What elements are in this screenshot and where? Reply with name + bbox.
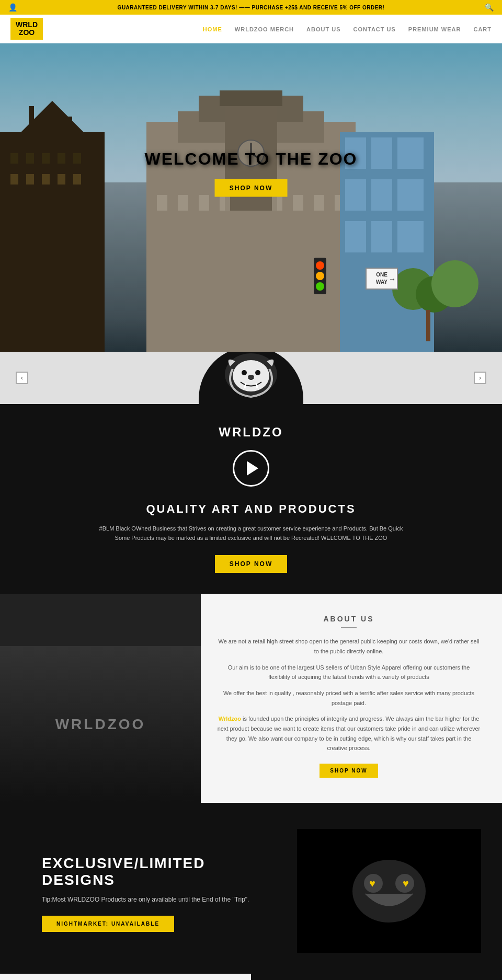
- about-para3: We offer the best in quality , reasonabl…: [216, 688, 481, 708]
- svg-rect-35: [371, 179, 392, 211]
- svg-rect-27: [293, 195, 303, 211]
- hero-section: ONE WAY → WELCOME TO THE ZOO SHOP NOW: [0, 43, 502, 352]
- video-description: #BLM Black OWned Business that Strives o…: [94, 524, 408, 543]
- about-section: WRLDZOO ABOUT US We are not a retail hig…: [0, 594, 502, 803]
- svg-rect-32: [371, 137, 392, 169]
- svg-rect-12: [58, 174, 65, 185]
- svg-rect-28: [314, 195, 324, 211]
- svg-rect-2: [29, 106, 34, 137]
- svg-rect-7: [58, 153, 65, 164]
- nav-merch[interactable]: WRLDZOO MERCH: [235, 26, 294, 32]
- svg-point-59: [352, 860, 426, 923]
- svg-rect-5: [26, 153, 34, 164]
- exclusive-text: Tip:Most WRLDZOO Products are only avail…: [42, 896, 276, 903]
- svg-text:→: →: [389, 275, 396, 283]
- svg-rect-26: [272, 195, 282, 211]
- svg-rect-25: [220, 195, 230, 211]
- brand-circle: [199, 352, 303, 404]
- svg-rect-9: [10, 174, 18, 185]
- nav-contact[interactable]: CONTACT US: [353, 26, 396, 32]
- slider-section: ‹ Find Best Products here SHOP NOW: [0, 352, 502, 404]
- svg-line-58: [256, 383, 257, 388]
- exclusive-art-svg: ♥ ♥: [337, 849, 441, 933]
- user-icon[interactable]: 👤: [8, 3, 17, 11]
- about-para4-rest: is founded upon the principles of integr…: [218, 716, 481, 751]
- hero-title: WELCOME TO THE ZOO: [145, 149, 358, 168]
- svg-rect-3: [68, 117, 72, 137]
- exclusive-right: ♥ ♥: [297, 829, 481, 953]
- svg-rect-36: [397, 179, 424, 211]
- logo[interactable]: WRLD ZOO: [10, 18, 43, 40]
- svg-rect-33: [397, 137, 424, 169]
- nightmarket-button[interactable]: NIGHTMARKET: UNAVAILABLE: [42, 916, 174, 932]
- svg-rect-0: [0, 132, 105, 352]
- svg-rect-6: [42, 153, 50, 164]
- city-svg: ONE WAY →: [0, 90, 502, 352]
- svg-point-54: [242, 370, 247, 375]
- play-button[interactable]: [233, 450, 269, 487]
- hero-text-block: WELCOME TO THE ZOO SHOP NOW: [145, 149, 358, 197]
- video-shop-now-button[interactable]: SHOP NOW: [215, 555, 287, 573]
- tiger-text-art: WRLDZOO: [55, 716, 146, 733]
- slider-prev-button[interactable]: ‹: [16, 372, 28, 384]
- video-section: WRLDZO QUALITY ART AND PRODUCTS #BLM Bla…: [0, 404, 502, 594]
- search-icon[interactable]: 🔍: [485, 3, 494, 11]
- svg-rect-43: [426, 310, 430, 341]
- about-para2: Our aim is to be one of the largest US s…: [216, 663, 481, 682]
- exclusive-section: EXCLUSIVE/LIMITED DESIGNS Tip:Most WRLDZ…: [0, 803, 502, 974]
- svg-rect-22: [157, 195, 167, 211]
- rock-section: ROCK IT! We Love to see your Support. Sh…: [0, 974, 502, 980]
- svg-rect-37: [345, 221, 366, 252]
- svg-rect-23: [178, 195, 188, 211]
- about-para4: Wrldzoo is founded upon the principles o…: [216, 714, 481, 753]
- about-para1: We are not a retail high street shop ope…: [216, 637, 481, 656]
- svg-point-50: [316, 272, 324, 280]
- svg-rect-24: [199, 195, 209, 211]
- top-bar: 👤 GUARANTEED DELIVERY WITHIN 3-7 DAYS! —…: [0, 0, 502, 15]
- svg-rect-38: [371, 221, 392, 252]
- svg-rect-4: [10, 153, 18, 164]
- brand-logo-svg: [220, 352, 282, 398]
- exclusive-bottom: EXCLUSIVE/LIMITED DESIGNS Tip:Most WRLDZ…: [21, 829, 481, 953]
- navbar: WRLD ZOO HOME WRLDZOO MERCH ABOUT US CON…: [0, 15, 502, 43]
- svg-rect-13: [73, 174, 81, 185]
- about-content: ABOUT US We are not a retail high street…: [201, 594, 502, 803]
- svg-text:♥: ♥: [403, 878, 409, 889]
- svg-rect-17: [220, 90, 282, 106]
- brand-heading: WRLDZO: [10, 425, 492, 440]
- about-image-inner: WRLDZOO: [0, 646, 201, 803]
- about-shop-now-button[interactable]: SHOP NOW: [320, 764, 378, 778]
- nav-about[interactable]: ABOUT US: [306, 26, 340, 32]
- nav-home[interactable]: HOME: [203, 26, 222, 32]
- hero-shop-now-button[interactable]: SHOP NOW: [215, 179, 287, 197]
- svg-point-42: [431, 260, 478, 307]
- exclusive-heading: EXCLUSIVE/LIMITED DESIGNS: [42, 855, 276, 889]
- rock-content: ROCK IT! We Love to see your Support. Sh…: [0, 974, 251, 980]
- about-brand-name: Wrldzoo: [219, 716, 241, 722]
- svg-text:ONE: ONE: [376, 272, 387, 278]
- nav-cart[interactable]: CART: [473, 26, 492, 32]
- play-triangle-icon: [247, 461, 258, 476]
- slider-next-button[interactable]: ›: [474, 372, 486, 384]
- quality-heading: QUALITY ART AND PRODUCTS: [10, 502, 492, 516]
- svg-rect-39: [397, 221, 424, 252]
- svg-rect-11: [42, 174, 50, 185]
- rock-image: ♥ ♥: [251, 974, 502, 980]
- about-image: WRLDZOO: [0, 594, 201, 803]
- svg-text:♥: ♥: [369, 878, 375, 889]
- svg-point-51: [316, 282, 324, 291]
- svg-point-55: [255, 370, 260, 375]
- nav-links: HOME WRLDZOO MERCH ABOUT US CONTACT US P…: [203, 24, 492, 33]
- about-divider: [341, 627, 357, 628]
- svg-point-56: [248, 375, 254, 379]
- svg-point-49: [316, 261, 324, 270]
- svg-rect-10: [26, 174, 34, 185]
- promo-text: GUARANTEED DELIVERY WITHIN 3-7 DAYS! —— …: [17, 5, 485, 10]
- svg-line-57: [245, 383, 246, 388]
- about-heading: ABOUT US: [216, 615, 481, 623]
- exclusive-left: EXCLUSIVE/LIMITED DESIGNS Tip:Most WRLDZ…: [21, 829, 297, 953]
- svg-text:WAY: WAY: [376, 279, 387, 285]
- svg-rect-8: [73, 153, 81, 164]
- nav-premium[interactable]: PREMIUM WEAR: [408, 26, 461, 32]
